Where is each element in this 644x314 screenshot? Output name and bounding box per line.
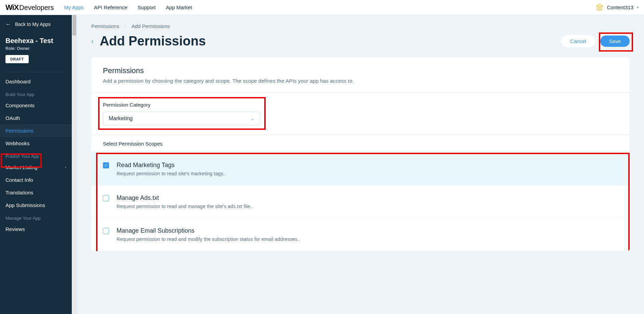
scope-text: Manage Ads.txtRequest permission to read… bbox=[117, 194, 253, 209]
scope-desc: Request permission to read and modify th… bbox=[117, 236, 300, 242]
nav-links: My Apps API Reference Support App Market bbox=[64, 4, 596, 10]
breadcrumb-current: Add Permissions bbox=[132, 23, 170, 29]
scope-row[interactable]: Manage Ads.txtRequest permission to read… bbox=[91, 186, 630, 218]
sidebar-item-label: Market Listing bbox=[5, 164, 37, 170]
user-menu[interactable]: Content313 ▾ bbox=[596, 4, 639, 11]
page-title: Add Permissions bbox=[100, 34, 206, 49]
sidebar-app-submissions[interactable]: App Submissions bbox=[0, 199, 72, 211]
chevron-down-icon: ⌄ bbox=[251, 116, 254, 121]
sidebar-webhooks[interactable]: Webhooks bbox=[0, 137, 72, 150]
scope-text: Read Marketing TagsRequest permission to… bbox=[117, 162, 226, 176]
sidebar-components[interactable]: Components bbox=[0, 99, 72, 112]
sidebar-item-label: Reviews bbox=[5, 226, 25, 232]
header-actions: Cancel Save bbox=[561, 35, 630, 47]
top-nav: WiX Developers My Apps API Reference Sup… bbox=[0, 0, 644, 15]
sidebar-item-label: Translations bbox=[5, 190, 33, 195]
breadcrumb: Permissions › Add Permissions bbox=[91, 23, 630, 29]
sidebar-translations[interactable]: Translations bbox=[0, 186, 72, 199]
scope-desc: Request permission to read site's market… bbox=[117, 171, 226, 176]
nav-support[interactable]: Support bbox=[138, 4, 156, 10]
category-label: Permission Category bbox=[103, 102, 618, 108]
nav-api-reference[interactable]: API Reference bbox=[94, 4, 128, 10]
sidebar-item-label: Webhooks bbox=[5, 140, 30, 146]
sidebar-item-label: App Submissions bbox=[5, 202, 45, 208]
sidebar: ← Back to My Apps Beehexa - Test Role: O… bbox=[0, 15, 72, 314]
sidebar-item-label: OAuth bbox=[5, 115, 20, 121]
chevron-down-icon: ▾ bbox=[637, 5, 639, 9]
sidebar-item-label: Contact Info bbox=[5, 177, 33, 183]
scope-checkbox[interactable] bbox=[103, 228, 109, 234]
category-section: Permission Category Marketing ⌄ bbox=[91, 93, 630, 135]
sidebar-item-label: Permissions bbox=[5, 128, 33, 134]
section-manage: Manage Your App bbox=[0, 211, 72, 223]
logo-wix: WiX bbox=[5, 3, 18, 12]
logo-dev: Developers bbox=[19, 4, 54, 12]
scopes-list: ✓Read Marketing TagsRequest permission t… bbox=[91, 153, 630, 251]
draft-badge: DRAFT bbox=[5, 55, 29, 63]
scope-title: Manage Email Subscriptions bbox=[117, 227, 300, 234]
scrollbar[interactable] bbox=[72, 15, 77, 314]
scope-row[interactable]: Manage Email SubscriptionsRequest permis… bbox=[91, 218, 630, 251]
scope-row[interactable]: ✓Read Marketing TagsRequest permission t… bbox=[91, 153, 630, 186]
scope-title: Manage Ads.txt bbox=[117, 194, 253, 202]
content: Permissions › Add Permissions ‹ Add Perm… bbox=[77, 15, 644, 314]
cancel-button[interactable]: Cancel bbox=[561, 35, 595, 47]
user-name: Content313 bbox=[607, 4, 633, 10]
arrow-left-icon: ← bbox=[5, 21, 11, 27]
scope-desc: Request permission to read and manage th… bbox=[117, 204, 253, 209]
chevron-right-icon: › bbox=[125, 24, 126, 29]
category-value: Marketing bbox=[109, 115, 133, 122]
sidebar-contact-info[interactable]: Contact Info bbox=[0, 174, 72, 186]
nav-app-market[interactable]: App Market bbox=[166, 4, 192, 10]
category-select[interactable]: Marketing ⌄ bbox=[103, 112, 260, 125]
sidebar-item-label: Components bbox=[5, 103, 35, 108]
scope-text: Manage Email SubscriptionsRequest permis… bbox=[117, 227, 300, 242]
back-label: Back to My Apps bbox=[15, 22, 51, 27]
nav-my-apps[interactable]: My Apps bbox=[64, 4, 84, 10]
stack-icon bbox=[596, 4, 603, 11]
scopes-header: Select Permission Scopes bbox=[91, 135, 630, 153]
app-header: Beehexa - Test Role: Owner DRAFT bbox=[0, 33, 72, 69]
scope-checkbox[interactable] bbox=[103, 195, 109, 201]
sidebar-market-listing[interactable]: Market Listing › bbox=[0, 161, 72, 174]
back-to-apps[interactable]: ← Back to My Apps bbox=[0, 15, 72, 33]
permissions-card: Permissions Add a permission by choosing… bbox=[91, 57, 630, 251]
app-role: Role: Owner bbox=[5, 46, 66, 51]
sidebar-reviews[interactable]: Reviews bbox=[0, 223, 72, 235]
section-title: Permissions bbox=[103, 66, 618, 75]
section-build: Build Your App bbox=[0, 88, 72, 99]
permissions-intro: Permissions Add a permission by choosing… bbox=[91, 57, 630, 93]
divider bbox=[5, 72, 66, 72]
breadcrumb-root[interactable]: Permissions bbox=[91, 23, 119, 29]
chevron-left-icon[interactable]: ‹ bbox=[91, 37, 94, 45]
save-button[interactable]: Save bbox=[600, 36, 630, 47]
sidebar-item-label: Dashboard bbox=[5, 79, 30, 84]
scrollbar-thumb[interactable] bbox=[72, 15, 76, 36]
chevron-right-icon: › bbox=[65, 165, 66, 170]
sidebar-oauth[interactable]: OAuth bbox=[0, 112, 72, 124]
page-header: ‹ Add Permissions Cancel Save bbox=[91, 34, 630, 49]
section-publish: Publish Your App bbox=[0, 150, 72, 161]
scope-checkbox[interactable]: ✓ bbox=[103, 162, 109, 168]
sidebar-permissions[interactable]: Permissions bbox=[0, 124, 72, 137]
section-desc: Add a permission by choosing the categor… bbox=[103, 78, 618, 84]
app-name: Beehexa - Test bbox=[5, 37, 66, 45]
logo[interactable]: WiX Developers bbox=[5, 3, 54, 12]
sidebar-dashboard[interactable]: Dashboard bbox=[0, 75, 72, 88]
scope-title: Read Marketing Tags bbox=[117, 162, 226, 169]
